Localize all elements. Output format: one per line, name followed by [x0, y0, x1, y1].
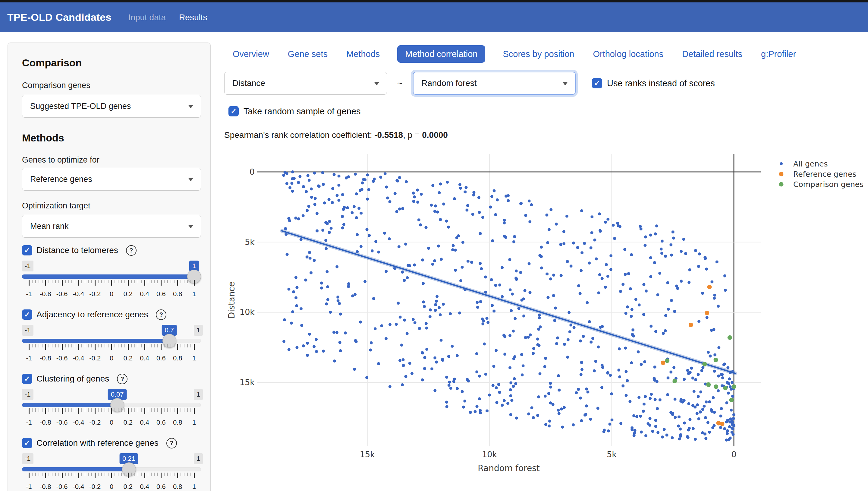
- slider-tick: [45, 408, 46, 414]
- optimization-target-value: Mean rank: [30, 222, 69, 231]
- legend-label-comparison-genes[interactable]: Comparison genes: [793, 180, 864, 189]
- all-genes-point: [730, 417, 733, 421]
- nav-results[interactable]: Results: [179, 13, 207, 22]
- all-genes-point: [284, 227, 287, 230]
- all-genes-point: [698, 253, 701, 256]
- all-genes-point: [326, 222, 329, 225]
- legend-label-reference-genes[interactable]: Reference genes: [793, 170, 856, 178]
- all-genes-point: [461, 241, 464, 244]
- use-ranks-checkbox[interactable]: [592, 78, 602, 88]
- help-icon[interactable]: ?: [126, 245, 136, 256]
- slider-tick: [164, 280, 164, 283]
- slider-tick: [55, 408, 56, 412]
- slider-tick: [59, 408, 59, 412]
- all-genes-point: [649, 256, 652, 259]
- all-genes-point: [467, 260, 470, 263]
- all-genes-point: [479, 411, 482, 414]
- tab-detailed-results[interactable]: Detailed results: [681, 45, 744, 63]
- slider-group-0: Distance to telomeres ? -1 1 1 -1-0.8-0.…: [22, 244, 201, 308]
- all-genes-point: [464, 190, 467, 193]
- tab-g-profiler[interactable]: g:Profiler: [760, 45, 797, 63]
- all-genes-point: [430, 367, 433, 370]
- comparison-genes-point: [723, 386, 727, 390]
- all-genes-point: [437, 244, 440, 248]
- all-genes-point: [700, 369, 703, 372]
- all-genes-point: [379, 176, 382, 179]
- all-genes-point: [565, 215, 568, 218]
- slider-scale-label: 0.6: [156, 354, 166, 362]
- slider-scale-label: 0.6: [156, 483, 166, 491]
- weight-slider[interactable]: -1 1 1 -1-0.8-0.6-0.4-0.200.20.40.60.81: [22, 259, 201, 307]
- tab-ortholog-locations[interactable]: Ortholog locations: [592, 45, 664, 63]
- slider-tick: [134, 472, 135, 476]
- all-genes-point: [310, 196, 313, 199]
- slider-tick: [154, 472, 155, 476]
- slider-tick: [164, 344, 164, 347]
- slider-tick: [35, 472, 36, 476]
- all-genes-point: [640, 227, 643, 230]
- tab-scores-by-position[interactable]: Scores by position: [501, 45, 575, 63]
- all-genes-point: [726, 366, 730, 369]
- all-genes-point: [580, 373, 583, 376]
- all-genes-point: [694, 378, 697, 381]
- all-genes-point: [435, 295, 438, 298]
- method-checkbox[interactable]: [22, 310, 32, 320]
- tab-gene-sets[interactable]: Gene sets: [287, 45, 329, 63]
- tab-overview[interactable]: Overview: [231, 45, 270, 63]
- all-genes-point: [650, 325, 652, 328]
- all-genes-point: [509, 381, 513, 384]
- all-genes-point: [515, 416, 518, 420]
- all-genes-point: [495, 349, 498, 352]
- all-genes-point: [336, 331, 338, 334]
- y-tick-label: 5k: [245, 237, 255, 247]
- comparison-genes-select[interactable]: Suggested TPE-OLD genes: [22, 95, 201, 118]
- all-genes-point: [433, 356, 436, 359]
- all-genes-point: [704, 437, 707, 440]
- slider-tick: [32, 280, 33, 283]
- all-genes-point: [670, 371, 673, 374]
- all-genes-point: [352, 205, 355, 208]
- slider-tick: [98, 408, 98, 412]
- all-genes-point: [423, 356, 426, 359]
- optimization-target-select[interactable]: Mean rank: [22, 215, 201, 238]
- slider-tick: [88, 344, 89, 347]
- all-genes-point: [610, 393, 613, 395]
- correlation-scatter-chart[interactable]: 15k10k5k005k10k15kRandom forestDistanceA…: [223, 142, 868, 491]
- legend-label-all-genes[interactable]: All genes: [793, 160, 828, 168]
- help-icon[interactable]: ?: [117, 374, 127, 384]
- all-genes-point: [651, 430, 654, 433]
- weight-slider[interactable]: -1 1 0.7 -1-0.8-0.6-0.4-0.200.20.40.60.8…: [22, 323, 201, 371]
- all-genes-point: [503, 235, 506, 238]
- all-genes-point: [527, 336, 530, 339]
- slider-max-label: 1: [194, 389, 203, 400]
- slider-tick: [148, 280, 148, 283]
- all-genes-point: [306, 209, 309, 212]
- tab-methods[interactable]: Methods: [345, 45, 381, 63]
- method-checkbox[interactable]: [22, 438, 32, 448]
- all-genes-point: [600, 386, 603, 389]
- all-genes-point: [732, 417, 735, 420]
- slider-tick: [65, 344, 66, 347]
- all-genes-point: [439, 313, 442, 316]
- all-genes-point: [604, 286, 607, 289]
- method-x-select[interactable]: Distance: [224, 72, 387, 95]
- method-checkbox[interactable]: [22, 374, 32, 384]
- slider-tick: [154, 280, 155, 283]
- all-genes-point: [618, 347, 621, 350]
- help-icon[interactable]: ?: [156, 310, 166, 320]
- help-icon[interactable]: ?: [166, 438, 177, 449]
- all-genes-point: [713, 297, 716, 300]
- slider-tick: [118, 472, 119, 476]
- weight-slider[interactable]: -1 1 0.07 -1-0.8-0.6-0.4-0.200.20.40.60.…: [22, 387, 201, 435]
- genes-optimize-select[interactable]: Reference genes: [22, 168, 201, 191]
- nav-input-data[interactable]: Input data: [128, 13, 166, 22]
- method-checkbox[interactable]: [22, 245, 32, 256]
- all-genes-point: [719, 426, 722, 429]
- method-y-select[interactable]: Random forest: [413, 72, 576, 95]
- random-sample-checkbox[interactable]: [228, 106, 239, 116]
- weight-slider[interactable]: -1 1 0.21 -1-0.8-0.6-0.4-0.200.20.40.60.…: [22, 452, 201, 491]
- tab-method-correlation[interactable]: Method correlation: [397, 45, 485, 63]
- all-genes-point: [582, 335, 585, 338]
- all-genes-point: [475, 370, 478, 373]
- slider-tick: [59, 280, 59, 283]
